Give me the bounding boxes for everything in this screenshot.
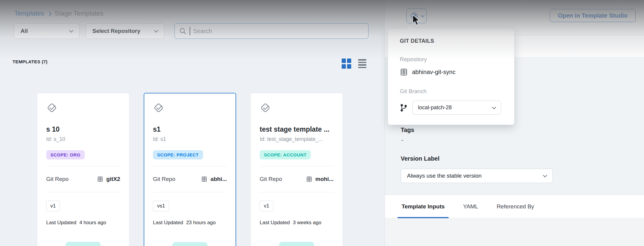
last-updated-row: Last Updated 3 weeks ago — [260, 220, 334, 226]
breadcrumb-current: Stage Templates — [55, 10, 103, 17]
breadcrumb-templates-link[interactable]: Templates — [14, 10, 44, 17]
version-chip: v1 — [46, 201, 60, 211]
repository-icon — [201, 176, 208, 182]
popover-title: GIT DETAILS — [400, 38, 502, 44]
git-repo-label: Git Repo — [153, 176, 175, 182]
breadcrumb-chevron-icon — [47, 11, 52, 16]
repository-icon — [97, 176, 103, 182]
chevron-down-icon — [421, 13, 425, 17]
git-repo-value: gitX2 — [106, 176, 120, 182]
open-in-template-studio-button[interactable]: Open in Template Studio — [550, 9, 636, 22]
template-id: Id: test_stage_template_... — [260, 136, 334, 142]
repository-icon — [306, 176, 312, 182]
view-toggles — [342, 59, 366, 69]
tab-template-inputs[interactable]: Template Inputs — [402, 195, 445, 218]
git-branch-value: local-patch-28 — [418, 104, 452, 111]
search-input[interactable] — [193, 28, 364, 35]
tab-yaml[interactable]: YAML — [463, 195, 478, 218]
last-updated-row: Last Updated 4 hours ago — [46, 220, 120, 226]
repository-label: Repository — [400, 56, 502, 63]
version-label-select[interactable]: Always use the stable version — [401, 169, 553, 183]
scope-badge: SCOPE: ACCOUNT — [260, 150, 311, 159]
grid-view-icon[interactable] — [342, 59, 352, 69]
repository-icon — [400, 68, 408, 76]
git-branch-row: local-patch-28 — [400, 101, 502, 115]
scope-badge: SCOPE: PROJECT — [153, 150, 203, 159]
tab-content-area — [385, 219, 644, 246]
tags-heading: Tags — [401, 127, 414, 133]
git-repo-value: abhi... — [210, 176, 227, 182]
git-repo-label: Git Repo — [260, 176, 282, 182]
last-updated-value: 4 hours ago — [79, 220, 106, 226]
stage-template-icon — [260, 102, 271, 113]
template-card[interactable]: test stage template ... Id: test_stage_t… — [250, 93, 343, 246]
stage-template-icon — [153, 102, 164, 113]
stable-badge — [279, 242, 314, 246]
chevron-down-icon — [492, 105, 496, 109]
tags-value: - — [401, 137, 403, 144]
template-card-selected[interactable]: s1 Id: s1 SCOPE: PROJECT Git Repo abhi..… — [144, 93, 236, 246]
template-title: test stage template ... — [260, 125, 334, 133]
git-details-popover: GIT DETAILS Repository abhinav-git-sync … — [388, 28, 514, 125]
git-branch-icon — [400, 104, 408, 112]
template-card[interactable]: s 10 Id: s_10 SCOPE: ORG Git Repo gitX2 … — [37, 93, 129, 246]
scope-badge: SCOPE: ORG — [46, 150, 85, 159]
git-branch-select[interactable]: local-patch-28 — [412, 101, 501, 115]
type-filter-value: All — [21, 28, 28, 34]
template-id: Id: s_10 — [46, 136, 120, 142]
stable-badge — [172, 242, 208, 246]
list-view-icon[interactable] — [358, 59, 366, 68]
chevron-down-icon — [154, 28, 158, 33]
template-id: Id: s1 — [153, 136, 227, 142]
repository-filter-select[interactable]: Select Repository — [86, 23, 165, 39]
version-chip: vs1 — [153, 201, 169, 211]
type-filter-select[interactable]: All — [14, 23, 80, 39]
template-title: s1 — [153, 125, 227, 133]
chevron-down-icon — [543, 173, 547, 177]
filter-row: All Select Repository — [14, 23, 165, 39]
last-updated-row: Last Updated 23 hours ago — [153, 220, 227, 226]
git-repo-row: Git Repo mohi... — [260, 176, 334, 182]
repository-filter-value: Select Repository — [92, 28, 140, 34]
details-tab-bar: Template Inputs YAML Referenced By — [385, 195, 644, 218]
git-repo-label: Git Repo — [46, 176, 69, 182]
version-chip: v1 — [260, 201, 273, 211]
search-box[interactable] — [174, 23, 369, 39]
last-updated-label: Last Updated — [153, 220, 183, 226]
search-icon — [179, 27, 187, 35]
git-branch-label: Git Branch — [400, 88, 502, 95]
git-repo-row: Git Repo gitX2 — [46, 176, 120, 182]
last-updated-label: Last Updated — [260, 220, 290, 226]
mouse-cursor — [412, 14, 421, 26]
version-label-heading: Version Label — [401, 155, 439, 162]
template-title: s 10 — [46, 125, 120, 133]
breadcrumb: Templates Stage Templates — [14, 10, 103, 17]
version-label-value: Always use the stable version — [407, 173, 482, 179]
divider — [46, 166, 120, 166]
divider — [153, 192, 227, 192]
last-updated-value: 3 weeks ago — [293, 220, 321, 226]
divider — [46, 192, 120, 192]
repository-value: abhinav-git-sync — [412, 69, 456, 76]
git-repo-row: Git Repo abhi... — [153, 176, 227, 182]
templates-list-panel: Templates Stage Templates All Select Rep… — [0, 0, 385, 246]
tab-referenced-by[interactable]: Referenced By — [497, 195, 534, 218]
templates-count-label: TEMPLATES (7) — [13, 59, 47, 64]
template-details-panel: Open in Template Studio GIT DETAILS Repo… — [385, 0, 644, 246]
stage-template-icon — [46, 102, 58, 113]
text-caret — [190, 27, 190, 35]
divider — [153, 166, 227, 166]
last-updated-label: Last Updated — [46, 220, 76, 226]
template-cards: s 10 Id: s_10 SCOPE: ORG Git Repo gitX2 … — [37, 93, 343, 246]
chevron-down-icon — [69, 28, 73, 33]
stable-badge — [66, 242, 101, 246]
divider — [260, 166, 334, 166]
divider — [260, 192, 334, 192]
git-repo-value: mohi... — [315, 176, 334, 182]
repository-row: abhinav-git-sync — [400, 68, 502, 76]
last-updated-value: 23 hours ago — [186, 220, 216, 226]
